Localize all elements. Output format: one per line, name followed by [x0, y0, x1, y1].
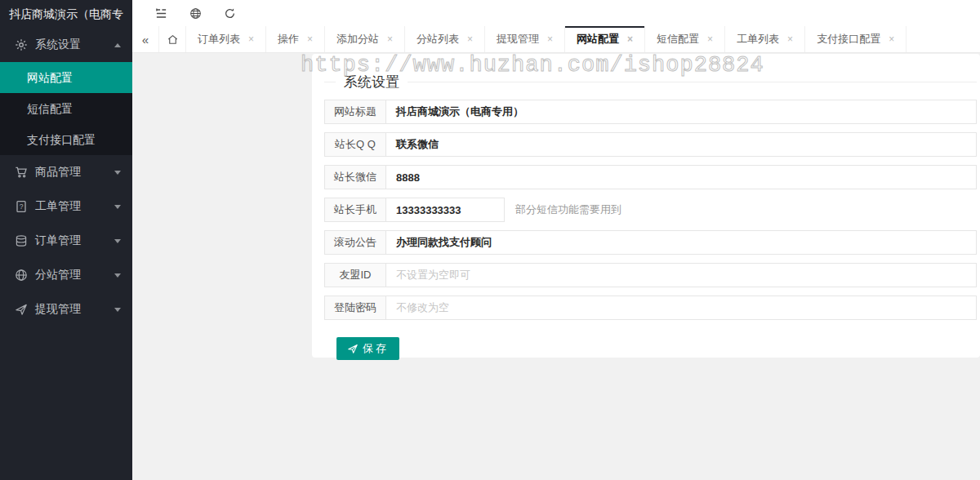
tab-label: 短信配置 [657, 32, 699, 47]
webmaster-wechat-input[interactable]: 8888 [386, 166, 976, 189]
site-title-input[interactable]: 抖店商城演示（电商专用） [386, 100, 976, 123]
field-webmaster-wechat: 站长微信 8888 [324, 165, 977, 189]
save-button-label: 保存 [363, 341, 389, 356]
close-icon[interactable]: × [307, 33, 313, 45]
close-icon[interactable]: × [889, 33, 894, 45]
chevron-down-icon [114, 205, 121, 209]
settings-form: 网站标题 抖店商城演示（电商专用） 站长Q Q 联系微信 站长微信 8888 站… [324, 100, 977, 360]
sidebar-item-orders[interactable]: 订单管理 [0, 224, 132, 258]
tab-label: 操作 [278, 32, 299, 47]
fieldset-divider: 系统设置 [324, 82, 977, 82]
chevron-down-icon [114, 171, 121, 175]
sidebar-item-label: 订单管理 [35, 233, 114, 248]
chevron-down-icon [114, 308, 121, 312]
field-label: 站长微信 [325, 166, 386, 189]
tab-payment-config[interactable]: 支付接口配置 × [805, 26, 906, 52]
webmaster-phone-input[interactable]: 13333333333 [386, 198, 504, 221]
sidebar-item-sms-config[interactable]: 短信配置 [0, 93, 132, 124]
sidebar-item-label: 提现管理 [35, 302, 114, 317]
svg-text:?: ? [20, 202, 24, 211]
field-scrolling-notice: 滚动公告 办理同款找支付顾问 [324, 230, 977, 255]
field-webmaster-qq: 站长Q Q 联系微信 [324, 132, 977, 157]
tab-label: 订单列表 [198, 32, 240, 47]
field-label: 登陆密码 [325, 296, 386, 319]
tab-label: 提现管理 [497, 32, 539, 47]
home-tab[interactable] [159, 26, 186, 52]
tab-label: 网站配置 [577, 32, 619, 47]
scrolling-notice-input[interactable]: 办理同款找支付顾问 [386, 231, 976, 254]
field-site-title: 网站标题 抖店商城演示（电商专用） [324, 100, 977, 124]
field-webmaster-phone: 站长手机 13333333333 [324, 198, 505, 222]
sidebar-item-label: 系统设置 [35, 38, 114, 52]
field-label: 站长手机 [325, 198, 386, 221]
sidebar-item-website-config[interactable]: 网站配置 [0, 62, 132, 93]
field-label: 网站标题 [325, 100, 386, 123]
youmeng-id-input[interactable]: 不设置为空即可 [386, 264, 976, 287]
sidebar-item-label: 工单管理 [35, 199, 114, 214]
content-area: https://www.huzhan.com/ishop28824 系统设置 网… [132, 54, 980, 480]
field-login-password: 登陆密码 不修改为空 [324, 296, 977, 320]
close-icon[interactable]: × [627, 33, 633, 45]
tab-bar: « 订单列表 × 操作 × 添加分站 × 分站列表 × 提现管理 × 网站配置 … [132, 26, 980, 53]
ticket-icon: ? [15, 200, 28, 213]
main-area: « 订单列表 × 操作 × 添加分站 × 分站列表 × 提现管理 × 网站配置 … [132, 0, 980, 480]
system-settings-submenu: 网站配置 短信配置 支付接口配置 [0, 62, 132, 155]
tab-label: 添加分站 [336, 32, 379, 47]
close-icon[interactable]: × [387, 33, 393, 45]
send-icon [15, 303, 28, 316]
tab-label: 分站列表 [416, 32, 459, 47]
webmaster-qq-input[interactable]: 联系微信 [386, 133, 976, 156]
sidebar-item-system-settings[interactable]: 系统设置 [0, 28, 132, 62]
orders-icon [15, 234, 28, 247]
tab-website-config[interactable]: 网站配置 × [565, 26, 645, 52]
field-youmeng-id: 友盟ID 不设置为空即可 [324, 263, 977, 287]
tab-label: 工单列表 [737, 32, 779, 47]
close-icon[interactable]: × [467, 33, 473, 45]
tabs-collapse-button[interactable]: « [132, 26, 159, 52]
sidebar-item-products[interactable]: 商品管理 [0, 155, 132, 189]
cart-icon [15, 166, 28, 179]
tab-operation[interactable]: 操作 × [266, 26, 325, 52]
refresh-icon[interactable] [212, 0, 247, 26]
settings-panel: https://www.huzhan.com/ishop28824 系统设置 网… [312, 54, 980, 358]
phone-hint-text: 部分短信功能需要用到 [515, 202, 621, 217]
chevron-up-icon [114, 43, 121, 47]
tab-withdraw-management[interactable]: 提现管理 × [485, 26, 565, 52]
close-icon[interactable]: × [248, 33, 254, 45]
field-label: 站长Q Q [325, 133, 386, 156]
close-icon[interactable]: × [787, 33, 793, 45]
field-label: 友盟ID [325, 264, 386, 287]
tab-add-substation[interactable]: 添加分站 × [325, 26, 405, 52]
sidebar-item-label: 分站管理 [35, 268, 114, 282]
tab-workorder-list[interactable]: 工单列表 × [725, 26, 805, 52]
globe-icon[interactable] [178, 0, 212, 26]
sidebar-item-substations[interactable]: 分站管理 [0, 258, 132, 292]
field-label: 滚动公告 [325, 231, 386, 254]
tab-label: 支付接口配置 [817, 32, 880, 47]
collapse-menu-icon[interactable] [144, 0, 178, 26]
form-legend: 系统设置 [336, 73, 408, 91]
save-button[interactable]: 保存 [336, 337, 399, 360]
close-icon[interactable]: × [547, 33, 553, 45]
app-title: 抖店商城演示（电商专 [0, 0, 132, 28]
close-icon[interactable]: × [707, 33, 713, 45]
send-icon [347, 343, 359, 354]
chevron-down-icon [114, 273, 121, 278]
gear-icon [15, 38, 28, 51]
tab-sms-config[interactable]: 短信配置 × [645, 26, 725, 52]
sidebar-item-withdrawals[interactable]: 提现管理 [0, 292, 132, 327]
sidebar-item-workorders[interactable]: ? 工单管理 [0, 189, 132, 224]
sidebar-item-label: 商品管理 [35, 165, 114, 180]
chevron-down-icon [114, 239, 121, 243]
sidebar: 抖店商城演示（电商专 系统设置 网站配置 短信配置 支付接口配置 商品管理 ? [0, 0, 132, 480]
login-password-input[interactable]: 不修改为空 [386, 296, 976, 319]
tab-substation-list[interactable]: 分站列表 × [405, 26, 485, 52]
tab-order-list[interactable]: 订单列表 × [186, 26, 266, 52]
globe-icon [15, 269, 28, 282]
sidebar-item-payment-config[interactable]: 支付接口配置 [0, 124, 132, 155]
top-toolbar [132, 0, 980, 26]
field-webmaster-phone-row: 站长手机 13333333333 部分短信功能需要用到 [324, 198, 977, 222]
